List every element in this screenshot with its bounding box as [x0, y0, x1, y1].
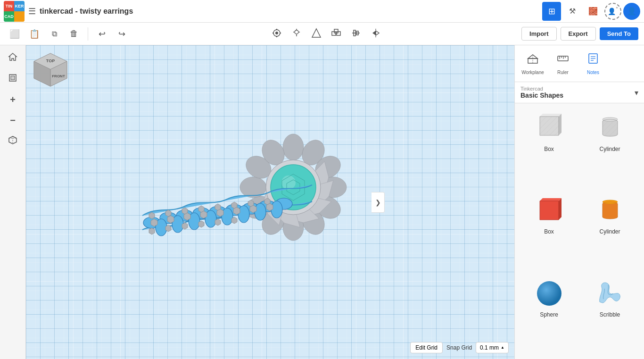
svg-text:TOP: TOP	[46, 58, 55, 63]
svg-rect-2	[276, 29, 277, 30]
shapes-dropdown-button[interactable]: ▾	[635, 88, 638, 97]
svg-marker-84	[198, 206, 204, 212]
edit-grid-button[interactable]: Edit Grid	[410, 342, 443, 353]
mirror-button[interactable]	[367, 25, 385, 43]
cylinder-gray-visual	[595, 113, 625, 143]
zoom-in-button[interactable]: +	[4, 91, 22, 109]
panel-collapse-button[interactable]: ❯	[372, 192, 385, 213]
group-button[interactable]	[327, 25, 345, 43]
svg-point-72	[271, 201, 282, 218]
toolbar-right: Import Export Send To	[521, 27, 638, 41]
redo-button[interactable]: ↪	[113, 25, 131, 43]
tinkercad-logo[interactable]: TIN KER CAD	[4, 1, 25, 22]
undo-icon: ↩	[99, 29, 106, 39]
cylinder-orange-label: Cylinder	[599, 228, 620, 235]
shape-item-cylinder-gray[interactable]: Cylinder	[579, 107, 640, 190]
svg-marker-119	[540, 198, 561, 201]
new-button[interactable]: ⬜	[6, 25, 24, 43]
avatar-icon: 👤	[627, 7, 636, 16]
snap-spinner-up-icon[interactable]: ▲	[501, 346, 504, 350]
shape-item-box-gray[interactable]: Box	[519, 107, 579, 190]
hammer-button[interactable]: ⚒	[563, 2, 582, 21]
svg-marker-73	[151, 219, 157, 226]
shape-item-box-red[interactable]: Box	[519, 190, 579, 272]
toolbar-separator-1	[88, 27, 88, 41]
snap-value-text: 0.1 mm	[480, 344, 499, 351]
svg-marker-11	[312, 29, 321, 37]
clipboard-icon: 📋	[29, 29, 40, 39]
svg-marker-88	[264, 198, 270, 205]
viewport[interactable]: TOP FRONT	[26, 45, 514, 359]
shapes-header: Tinkercad Basic Shapes ▾	[515, 82, 644, 103]
shape-align-button[interactable]	[307, 25, 325, 43]
grid-view-button[interactable]: ⊞	[542, 2, 561, 21]
svg-rect-122	[603, 202, 618, 219]
duplicate-button[interactable]: ⧉	[45, 25, 63, 43]
cylinder-gray-label: Cylinder	[599, 146, 620, 152]
undo-button[interactable]: ↩	[93, 25, 111, 43]
svg-point-125	[537, 281, 561, 306]
shape-item-scribble[interactable]: Scribble	[579, 273, 640, 355]
workplane-icon	[526, 52, 539, 68]
zoom-out-button[interactable]: −	[4, 111, 22, 129]
shape-item-sphere-blue[interactable]: Sphere	[519, 273, 579, 355]
svg-rect-5	[280, 33, 281, 33]
light-tool-button[interactable]	[288, 25, 305, 43]
import-button[interactable]: Import	[521, 27, 556, 41]
duplicate-icon: ⧉	[52, 30, 57, 38]
svg-marker-20	[376, 31, 379, 35]
mirror-icon	[371, 28, 381, 40]
svg-marker-91	[182, 223, 188, 229]
shapes-title: Basic Shapes	[520, 92, 563, 99]
notes-tool[interactable]: Notes	[579, 49, 607, 78]
svg-rect-13	[337, 32, 340, 35]
svg-rect-98	[558, 56, 568, 61]
notes-label: Notes	[587, 70, 599, 75]
box-red-visual	[534, 195, 564, 225]
avatar[interactable]: 👤	[623, 3, 640, 20]
hamburger-menu-icon[interactable]: ☰	[28, 6, 36, 17]
svg-text:FRONT: FRONT	[52, 74, 65, 78]
ruler-tool[interactable]: Ruler	[549, 49, 577, 78]
cube-navigator[interactable]: TOP FRONT	[32, 51, 69, 89]
app-title: tinkercad - twisty earrings	[40, 7, 538, 16]
perspective-button[interactable]	[4, 132, 22, 150]
briefcase-button[interactable]: 🧱	[584, 2, 603, 21]
shapes-grid: Box C	[515, 103, 644, 359]
send-to-button[interactable]: Send To	[600, 27, 638, 40]
shapes-category: Tinkercad	[520, 86, 563, 92]
svg-marker-93	[215, 219, 221, 225]
light-icon	[291, 28, 302, 40]
logo-q1: TIN	[4, 1, 14, 11]
home-button[interactable]	[4, 49, 22, 67]
logo-q4	[14, 11, 25, 22]
svg-point-1	[275, 32, 278, 34]
svg-rect-23	[11, 76, 15, 80]
panel-tools: Workplane Ruler	[515, 45, 644, 82]
group-icon	[331, 28, 341, 40]
align-distribute-button[interactable]	[347, 25, 365, 43]
shape-item-cylinder-orange[interactable]: Cylinder	[579, 190, 640, 272]
ruler-icon	[556, 52, 570, 68]
workplane-tool[interactable]: Workplane	[519, 49, 547, 78]
clipboard-button[interactable]: 📋	[25, 25, 43, 43]
fit-view-button[interactable]	[4, 70, 22, 88]
svg-marker-82	[165, 210, 171, 217]
cylinder-orange-visual	[595, 195, 625, 225]
export-button[interactable]: Export	[561, 27, 596, 41]
svg-marker-89	[149, 228, 155, 234]
view-icon	[272, 28, 282, 40]
svg-point-6	[295, 30, 298, 34]
svg-marker-92	[198, 221, 204, 227]
notes-icon	[586, 52, 600, 68]
snap-grid-label: Snap Grid	[446, 344, 472, 351]
scribble-label: Scribble	[600, 311, 620, 318]
svg-rect-115	[603, 119, 618, 136]
view-tool-button[interactable]	[268, 25, 286, 43]
svg-marker-120	[559, 198, 561, 220]
sphere-blue-visual	[534, 278, 564, 309]
snap-value-display[interactable]: 0.1 mm ▲	[476, 342, 509, 353]
svg-rect-4	[272, 33, 274, 33]
delete-button[interactable]: 🗑	[65, 25, 83, 43]
add-user-button[interactable]: 👤+	[604, 3, 621, 20]
